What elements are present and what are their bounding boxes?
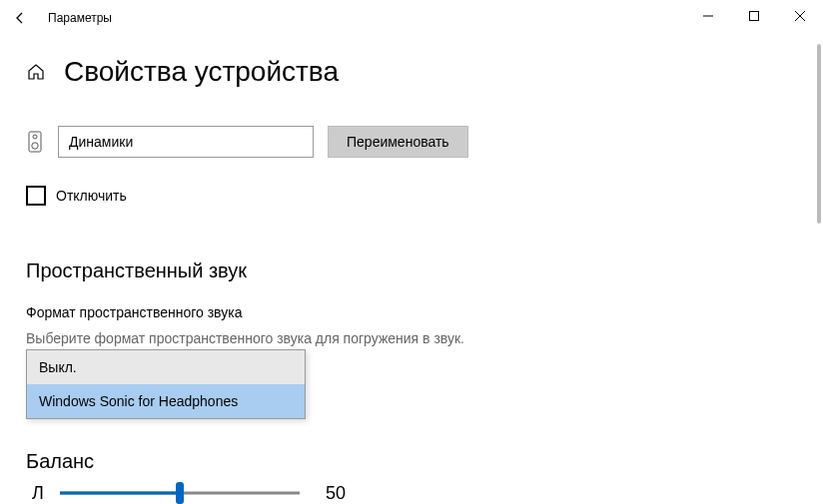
close-button[interactable] xyxy=(777,0,823,32)
spatial-format-dropdown[interactable]: Выкл. Windows Sonic for Headphones xyxy=(26,349,306,419)
spatial-format-label: Формат пространственного звука xyxy=(26,304,797,320)
page-header: Свойства устройства xyxy=(26,56,797,88)
close-icon xyxy=(795,11,805,21)
device-name-input[interactable] xyxy=(58,126,314,158)
svg-point-5 xyxy=(33,135,37,139)
slider-fill xyxy=(60,492,180,495)
dropdown-option-windows-sonic[interactable]: Windows Sonic for Headphones xyxy=(27,384,305,418)
disable-row: Отключить xyxy=(26,186,797,206)
balance-slider[interactable] xyxy=(60,481,300,504)
disable-label: Отключить xyxy=(56,188,127,204)
balance-value: 50 xyxy=(326,483,346,504)
device-name-row: Переименовать xyxy=(26,126,797,158)
window-controls xyxy=(685,0,823,32)
minimize-button[interactable] xyxy=(685,0,731,32)
titlebar: Параметры xyxy=(0,0,823,36)
slider-thumb[interactable] xyxy=(176,482,184,504)
window-title: Параметры xyxy=(48,11,112,25)
arrow-left-icon xyxy=(12,10,28,26)
speaker-icon xyxy=(26,130,44,154)
dropdown-option-off[interactable]: Выкл. xyxy=(27,350,305,384)
maximize-button[interactable] xyxy=(731,0,777,32)
spatial-help-text: Выберите формат пространственного звука … xyxy=(26,330,797,346)
home-icon[interactable] xyxy=(26,62,46,82)
content-area: Свойства устройства Переименовать Отключ… xyxy=(0,36,823,504)
minimize-icon xyxy=(703,11,713,21)
maximize-icon xyxy=(749,11,759,21)
rename-button[interactable]: Переименовать xyxy=(328,126,468,158)
page-title: Свойства устройства xyxy=(64,56,339,88)
svg-point-6 xyxy=(32,143,38,149)
svg-rect-1 xyxy=(750,12,759,21)
balance-left-label: Л xyxy=(26,483,50,504)
back-button[interactable] xyxy=(0,0,40,36)
disable-checkbox[interactable] xyxy=(26,186,46,206)
scrollbar[interactable] xyxy=(817,44,821,224)
balance-row: Л 50 xyxy=(26,481,797,504)
balance-title: Баланс xyxy=(26,450,797,473)
spatial-sound-title: Пространственный звук xyxy=(26,259,797,282)
